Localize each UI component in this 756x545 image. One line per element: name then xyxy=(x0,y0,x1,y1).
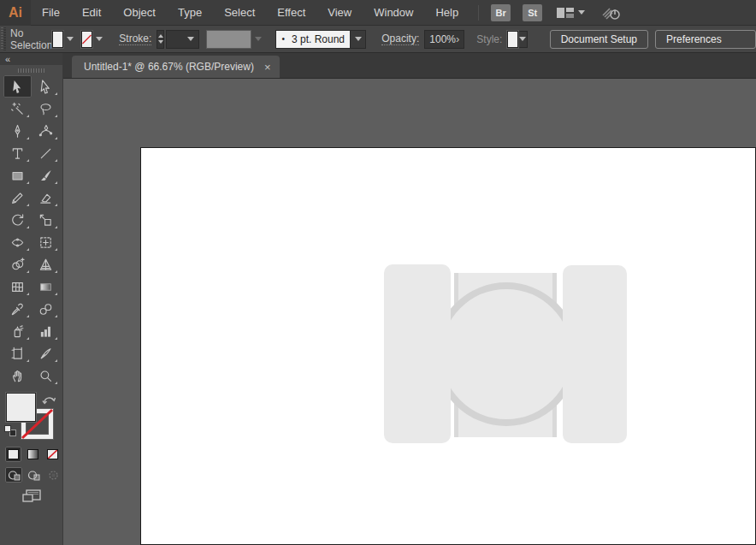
artboard-tool[interactable] xyxy=(3,342,32,364)
brush-dropdown-button[interactable] xyxy=(351,30,366,49)
rectangle-tool[interactable] xyxy=(3,164,32,187)
tab-close-icon[interactable]: × xyxy=(264,62,271,73)
free-transform-tool[interactable] xyxy=(32,231,60,253)
chevron-down-icon xyxy=(578,10,585,15)
rotate-tool-icon xyxy=(10,213,25,228)
perspective-grid-tool-icon xyxy=(38,258,53,272)
color-button[interactable] xyxy=(5,447,21,462)
document-tab[interactable]: Untitled-1* @ 66.67% (RGB/Preview) × xyxy=(72,56,280,78)
style-swatch[interactable] xyxy=(507,31,518,48)
column-graph-tool[interactable] xyxy=(32,320,60,342)
hand-tool[interactable] xyxy=(3,364,32,387)
none-button[interactable] xyxy=(44,447,61,462)
width-tool-icon xyxy=(10,235,25,250)
pen-tool[interactable] xyxy=(3,120,32,142)
gradient-button[interactable] xyxy=(25,447,41,462)
document-tab-title: Untitled-1* @ 66.67% (RGB/Preview) xyxy=(84,61,254,73)
sync-settings-button[interactable] xyxy=(600,5,623,21)
menu-type[interactable]: Type xyxy=(167,0,213,26)
brush-definition-control[interactable]: • 3 pt. Round xyxy=(275,30,366,49)
perspective-grid-tool[interactable] xyxy=(32,253,60,275)
stock-button[interactable]: St xyxy=(523,4,542,21)
stroke-weight-dropdown[interactable] xyxy=(166,30,198,49)
draw-normal-button[interactable] xyxy=(5,467,22,483)
fill-chevron-icon[interactable] xyxy=(67,37,74,41)
document-setup-button[interactable]: Document Setup xyxy=(550,30,648,49)
canvas[interactable] xyxy=(63,79,756,545)
draw-behind-button[interactable] xyxy=(25,467,42,483)
width-tool[interactable] xyxy=(3,231,32,253)
artboard[interactable] xyxy=(140,147,756,545)
eraser-tool[interactable] xyxy=(32,187,60,209)
artboard-tool-icon xyxy=(10,347,25,361)
shaper-tool[interactable] xyxy=(3,187,32,209)
rotate-tool[interactable] xyxy=(3,209,32,231)
menu-object[interactable]: Object xyxy=(112,0,167,26)
draw-behind-icon xyxy=(27,470,40,481)
control-bar: No Selection Stroke: • 3 pt. Round Opaci… xyxy=(0,26,756,53)
none-icon xyxy=(47,449,58,459)
workspace-switcher[interactable] xyxy=(556,6,585,20)
brush-definition-field[interactable]: • 3 pt. Round xyxy=(275,30,351,49)
direct-selection-tool[interactable] xyxy=(32,75,60,98)
preferences-button[interactable]: Preferences xyxy=(655,30,756,49)
zoom-tool-icon xyxy=(38,369,53,383)
scale-tool[interactable] xyxy=(32,209,60,231)
shape-builder-tool[interactable] xyxy=(3,253,32,275)
watch-strap-right[interactable] xyxy=(563,265,627,443)
fill-color-swatch[interactable] xyxy=(52,31,63,48)
collapse-panel-button[interactable]: « xyxy=(5,55,10,63)
stroke-weight-label[interactable]: Stroke: xyxy=(119,33,151,45)
rectangle-tool-icon xyxy=(10,169,25,183)
curvature-tool[interactable] xyxy=(32,120,60,142)
change-screen-mode-button[interactable] xyxy=(0,488,63,505)
watch-strap-left[interactable] xyxy=(384,264,451,443)
bridge-button[interactable]: Br xyxy=(491,4,511,21)
opacity-arrow-icon[interactable]: › xyxy=(456,33,459,44)
selection-tool[interactable] xyxy=(3,75,32,98)
type-tool[interactable] xyxy=(3,142,32,164)
gradient-tool[interactable] xyxy=(32,275,60,298)
paintbrush-tool[interactable] xyxy=(32,164,60,187)
stroke-color-swatch[interactable] xyxy=(81,31,92,48)
brush-chevron-icon xyxy=(355,37,362,41)
lasso-tool-icon xyxy=(38,102,53,116)
lasso-tool[interactable] xyxy=(32,98,60,120)
mesh-tool[interactable] xyxy=(3,275,32,298)
tools-panel-grip[interactable] xyxy=(0,65,62,75)
watch-bezel-circle[interactable] xyxy=(434,282,578,426)
screen-mode-icon xyxy=(21,488,43,505)
menu-file[interactable]: File xyxy=(31,0,71,26)
fill-swatch[interactable] xyxy=(6,393,36,422)
magic-wand-tool[interactable] xyxy=(3,98,32,120)
opacity-label[interactable]: Opacity: xyxy=(381,33,419,45)
stepper-up-icon[interactable] xyxy=(158,34,163,38)
stepper-down-icon[interactable] xyxy=(158,40,163,44)
blend-tool-icon xyxy=(38,302,53,317)
paintbrush-tool-icon xyxy=(38,169,53,183)
menu-select[interactable]: Select xyxy=(213,0,266,26)
default-fill-stroke-icon[interactable] xyxy=(4,425,16,436)
fill-stroke-proxy xyxy=(0,391,63,442)
style-dropdown-button[interactable] xyxy=(518,31,527,48)
draw-inside-icon xyxy=(47,470,60,481)
slice-tool[interactable] xyxy=(32,342,60,364)
line-segment-tool[interactable] xyxy=(32,142,60,164)
menu-window[interactable]: Window xyxy=(363,0,424,26)
menu-help[interactable]: Help xyxy=(424,0,470,26)
opacity-field[interactable]: 100% › xyxy=(424,30,464,49)
gradient-icon xyxy=(27,449,38,459)
stroke-chevron-icon[interactable] xyxy=(96,37,103,41)
swap-fill-stroke-icon[interactable] xyxy=(42,394,56,406)
stroke-weight-stepper[interactable] xyxy=(157,30,164,49)
zoom-tool[interactable] xyxy=(32,364,60,387)
menu-effect[interactable]: Effect xyxy=(266,0,316,26)
blend-tool[interactable] xyxy=(32,298,60,320)
control-bar-grip[interactable] xyxy=(1,27,6,50)
symbol-sprayer-tool[interactable] xyxy=(3,320,32,342)
tools-panel: « xyxy=(0,53,63,545)
eyedropper-tool[interactable] xyxy=(3,298,32,320)
menu-edit[interactable]: Edit xyxy=(71,0,112,26)
sync-settings-icon xyxy=(600,5,623,21)
menu-view[interactable]: View xyxy=(316,0,363,26)
